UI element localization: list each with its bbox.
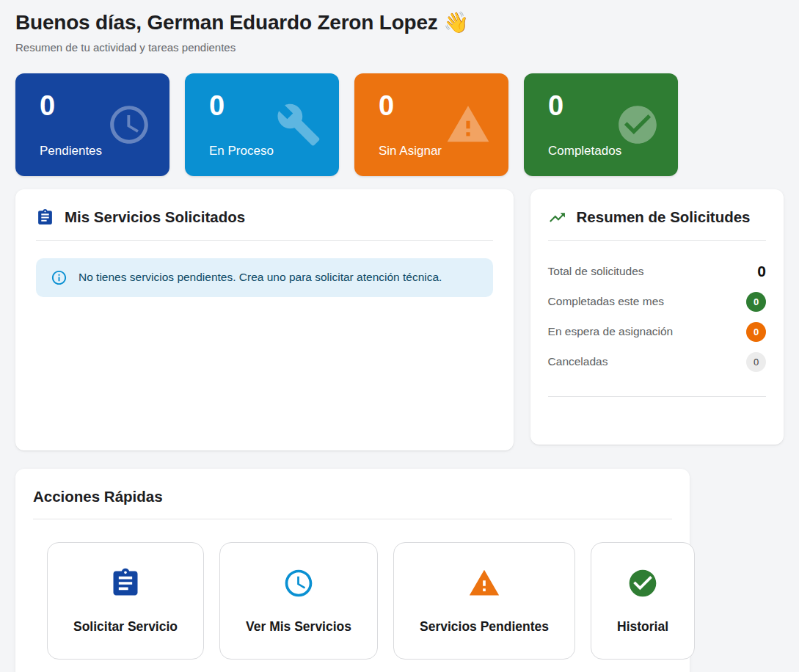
stats-row: 0 Pendientes 0 En Proceso 0 Sin Asignar … — [15, 73, 784, 176]
stat-card-en-proceso: 0 En Proceso — [185, 73, 339, 176]
clipboard-icon — [109, 567, 142, 599]
greeting-text: Buenos días, German Eduardo Zeron Lopez — [15, 11, 438, 34]
stat-card-completados: 0 Completados — [524, 73, 678, 176]
warning-icon — [468, 567, 500, 599]
summary-row-value: 0 — [757, 263, 766, 280]
trending-up-icon — [548, 208, 566, 227]
page-subtitle: Resumen de tu actividad y tareas pendien… — [15, 41, 784, 54]
solicitar-servicio-button[interactable]: Solicitar Servicio — [47, 542, 204, 660]
divider — [548, 240, 766, 241]
ver-mis-servicios-button[interactable]: Ver Mis Servicios — [219, 542, 378, 660]
action-label: Solicitar Servicio — [73, 619, 178, 635]
clock-icon — [106, 102, 152, 147]
warning-icon — [445, 102, 491, 147]
summary-row-total: Total de solicitudes 0 — [548, 257, 766, 287]
summary-row-completadas: Completadas este mes 0 — [548, 287, 766, 317]
main-row: Mis Servicios Solicitados No tienes serv… — [15, 189, 784, 450]
stat-card-pendientes: 0 Pendientes — [15, 73, 169, 176]
divider — [33, 519, 672, 519]
status-badge: 0 — [746, 292, 766, 312]
check-circle-icon — [615, 102, 660, 147]
summary-panel-header: Resumen de Solicitudes — [548, 208, 766, 227]
stat-card-sin-asignar: 0 Sin Asignar — [354, 73, 508, 176]
status-badge: 0 — [746, 322, 766, 342]
quick-actions-header: Acciones Rápidas — [33, 488, 672, 505]
action-label: Historial — [617, 619, 668, 635]
status-badge: 0 — [746, 352, 766, 372]
summary-row-canceladas: Canceladas 0 — [548, 347, 766, 377]
clock-icon — [282, 567, 315, 599]
summary-row-label: Canceladas — [548, 355, 608, 368]
historial-button[interactable]: Historial — [591, 542, 695, 660]
services-panel-header: Mis Servicios Solicitados — [36, 208, 493, 227]
quick-actions-panel: Acciones Rápidas Solicitar Servicio Ver … — [15, 469, 690, 672]
clipboard-icon — [36, 208, 54, 227]
action-label: Servicios Pendientes — [420, 619, 549, 635]
services-panel: Mis Servicios Solicitados No tienes serv… — [15, 189, 514, 450]
summary-panel: Resumen de Solicitudes Total de solicitu… — [530, 189, 784, 445]
summary-row-label: Total de solicitudes — [548, 265, 644, 278]
dashboard-page: Buenos días, German Eduardo Zeron Lopez … — [0, 0, 799, 672]
wave-emoji: 👋 — [443, 11, 469, 34]
quick-actions-title: Acciones Rápidas — [33, 488, 163, 505]
empty-services-alert: No tienes servicios pendientes. Crea uno… — [36, 258, 493, 297]
summary-panel-title: Resumen de Solicitudes — [577, 208, 751, 226]
summary-row-en-espera: En espera de asignación 0 — [548, 317, 766, 347]
summary-row-label: Completadas este mes — [548, 295, 665, 308]
summary-rows: Total de solicitudes 0 Completadas este … — [548, 257, 766, 377]
page-title: Buenos días, German Eduardo Zeron Lopez … — [15, 10, 784, 35]
summary-row-label: En espera de asignación — [548, 325, 674, 338]
info-icon — [51, 269, 68, 286]
action-label: Ver Mis Servicios — [246, 619, 351, 635]
check-circle-icon — [627, 567, 659, 599]
divider — [36, 240, 493, 241]
wrench-icon — [276, 102, 321, 147]
services-panel-title: Mis Servicios Solicitados — [65, 208, 245, 226]
servicios-pendientes-button[interactable]: Servicios Pendientes — [393, 542, 575, 660]
quick-actions-row: Solicitar Servicio Ver Mis Servicios Ser… — [47, 542, 672, 660]
empty-services-message: No tienes servicios pendientes. Crea uno… — [79, 271, 442, 284]
divider — [548, 396, 766, 397]
